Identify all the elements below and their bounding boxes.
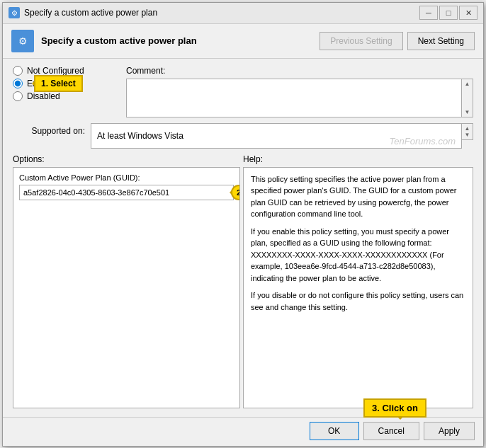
supported-section: Supported on: At least Windows Vista Ten… — [13, 123, 473, 149]
radio-disabled-label: Disabled — [27, 91, 60, 101]
minimize-button[interactable]: ─ — [419, 6, 438, 20]
main-window: ⚙ Specify a custom active power plan ─ □… — [2, 2, 484, 447]
header-title: Specify a custom active power plan — [41, 35, 320, 46]
help-para-1: This policy setting specifies the active… — [251, 173, 465, 220]
content-area: ⚙ Specify a custom active power plan Pre… — [3, 24, 483, 446]
supported-label: Supported on: — [13, 123, 91, 136]
radio-disabled[interactable]: Disabled — [13, 91, 119, 101]
header-buttons: Previous Setting Next Setting — [320, 32, 475, 50]
previous-setting-button[interactable]: Previous Setting — [320, 32, 402, 50]
cancel-button[interactable]: Cancel — [363, 422, 419, 440]
help-para-2: If you enable this policy setting, you m… — [251, 226, 465, 285]
comment-section: Comment: ▲ ▼ — [126, 66, 473, 117]
options-help-header: Options: Help: — [13, 154, 473, 164]
title-bar-controls: ─ □ ✕ — [419, 6, 477, 20]
guid-input[interactable] — [19, 185, 234, 200]
radio-not-configured-label: Not Configured — [27, 66, 84, 76]
comment-label: Comment: — [126, 66, 473, 76]
next-setting-button[interactable]: Next Setting — [407, 32, 475, 50]
options-label: Options: — [13, 154, 243, 164]
header-icon: ⚙ — [11, 30, 34, 52]
maximize-button[interactable]: □ — [439, 6, 458, 20]
options-input-row: 2 — [19, 185, 234, 200]
window-icon: ⚙ — [9, 7, 20, 18]
ok-button[interactable]: OK — [310, 422, 359, 440]
options-panel: Custom Active Power Plan (GUID): 2 — [13, 167, 240, 408]
options-help-body: Custom Active Power Plan (GUID): 2 This … — [13, 167, 473, 408]
radio-not-configured-input[interactable] — [13, 66, 23, 76]
help-panel: This policy setting specifies the active… — [243, 167, 473, 408]
supported-box: At least Windows Vista TenForums.com — [91, 123, 462, 149]
help-label: Help: — [243, 154, 473, 164]
apply-button[interactable]: Apply — [424, 422, 475, 440]
setting-content: Not Configured Enabled 1. Select Disable… — [3, 59, 483, 417]
supported-value: At least Windows Vista — [97, 131, 183, 141]
close-button[interactable]: ✕ — [459, 6, 477, 20]
radio-disabled-input[interactable] — [13, 91, 23, 101]
footer-section: 3. Click on OK Cancel Apply — [3, 417, 483, 446]
watermark: TenForums.com — [390, 136, 456, 147]
radio-enabled[interactable]: Enabled 1. Select — [13, 79, 119, 88]
callout-1-label: 1. Select — [34, 75, 83, 92]
help-para-3: If you disable or do not configure this … — [251, 289, 465, 313]
radio-enabled-input[interactable] — [13, 79, 23, 88]
comment-textarea[interactable] — [126, 79, 462, 117]
radio-not-configured[interactable]: Not Configured — [13, 66, 119, 76]
window-title: Specify a custom active power plan — [24, 8, 419, 18]
radio-group: Not Configured Enabled 1. Select Disable… — [13, 66, 126, 117]
header-bar: ⚙ Specify a custom active power plan Pre… — [3, 24, 483, 59]
radio-comment-section: Not Configured Enabled 1. Select Disable… — [13, 66, 473, 117]
options-field-label: Custom Active Power Plan (GUID): — [19, 173, 234, 182]
callout-3-label: 3. Click on — [363, 398, 426, 418]
title-bar: ⚙ Specify a custom active power plan ─ □… — [3, 3, 483, 24]
